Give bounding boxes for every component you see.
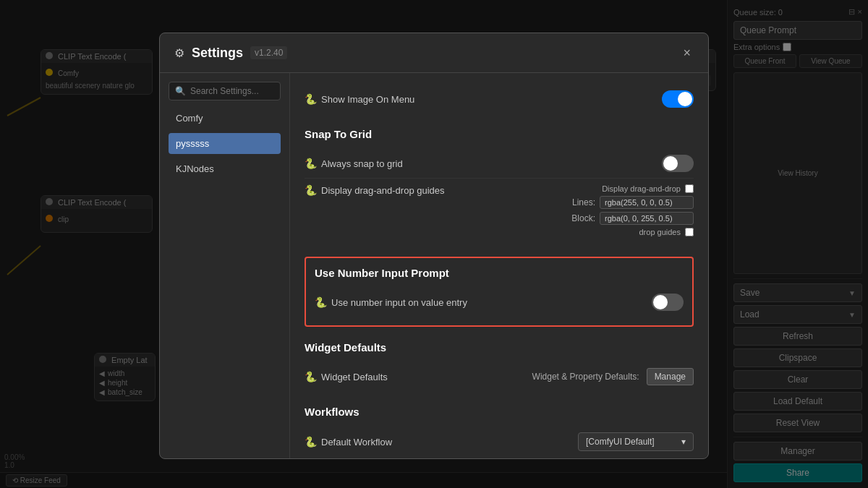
number-input-section: Use Number Input Prompt 🐍 Use number inp… xyxy=(305,257,694,327)
always-snap-text: Always snap to grid xyxy=(321,158,403,169)
use-number-emoji: 🐍 xyxy=(315,296,327,308)
display-guides-checkbox-row: Display drag-and-drop xyxy=(602,184,694,193)
default-workflow-label: 🐍 Default Workflow xyxy=(305,436,392,448)
use-number-text: Use number input on value entry xyxy=(331,297,467,308)
use-number-toggle[interactable] xyxy=(652,294,684,311)
block-color-input[interactable] xyxy=(600,212,694,225)
show-image-emoji: 🐍 xyxy=(305,93,317,105)
widget-defaults-section: Widget Defaults 🐍 Widget Defaults Widget… xyxy=(305,341,694,391)
search-box[interactable]: 🔍 xyxy=(169,82,281,100)
dialog-version: v1.2.40 xyxy=(250,46,287,59)
dialog-body: 🔍 Comfy pysssss KJNodes 🐍 Show Image On … xyxy=(160,73,708,458)
snap-to-grid-title: Snap To Grid xyxy=(305,128,694,140)
workflow-dropdown-value: [ComfyUI Default] xyxy=(586,437,655,447)
settings-dialog: ⚙ Settings v1.2.40 × 🔍 Comfy pysssss KJN… xyxy=(159,33,709,459)
use-number-row: 🐍 Use number input on value entry xyxy=(315,288,684,317)
lines-color-input[interactable] xyxy=(600,196,694,209)
workflows-title: Workflows xyxy=(305,406,694,418)
number-input-title: Use Number Input Prompt xyxy=(315,267,684,279)
use-number-label: 🐍 Use number input on value entry xyxy=(315,296,467,308)
widget-property-label: Widget & Property Defaults: xyxy=(532,372,639,382)
dialog-header: ⚙ Settings v1.2.40 × xyxy=(160,33,708,73)
default-workflow-row: 🐍 Default Workflow [ComfyUI Default] ▾ xyxy=(305,427,694,457)
drag-guide-controls: Display drag-and-drop Lines: Block: xyxy=(571,184,694,236)
drag-guides-emoji: 🐍 xyxy=(305,184,317,196)
widget-label: 🐍 Widget Defaults xyxy=(305,371,388,382)
manage-button[interactable]: Manage xyxy=(647,368,694,385)
drag-guides-label: 🐍 Display drag-and-drop guides xyxy=(305,184,445,196)
widget-label-text: Widget Defaults xyxy=(321,372,388,382)
guides-checkbox-2[interactable] xyxy=(685,228,694,236)
guides-checkbox-2-row: drop guides xyxy=(639,228,694,236)
guides-label-2: drop guides xyxy=(639,228,681,236)
show-image-text: Show Image On Menu xyxy=(321,94,414,105)
search-icon: 🔍 xyxy=(175,86,186,96)
settings-nav: 🔍 Comfy pysssss KJNodes xyxy=(160,73,290,458)
dialog-title: Settings xyxy=(192,46,243,61)
drag-guides-text: Display drag-and-drop guides xyxy=(321,185,445,196)
lines-color-row: Display drag-and-drop xyxy=(602,184,694,193)
display-drag-label: Display drag-and-drop xyxy=(602,184,681,193)
lines-label: Lines: xyxy=(572,197,595,207)
widget-property-row: 🐍 Widget Defaults Widget & Property Defa… xyxy=(305,362,694,391)
workflow-dropdown-arrow-icon: ▾ xyxy=(681,437,686,447)
snap-to-grid-section: Snap To Grid 🐍 Always snap to grid 🐍 xyxy=(305,128,694,242)
default-workflow-text: Default Workflow xyxy=(321,437,392,448)
lines-row: Lines: xyxy=(572,196,694,209)
show-image-section: 🐍 Show Image On Menu xyxy=(305,85,694,114)
sidebar-item-comfy[interactable]: Comfy xyxy=(169,108,281,129)
block-row: Block: xyxy=(571,212,694,225)
dialog-title-row: ⚙ Settings v1.2.40 xyxy=(174,46,287,61)
always-snap-emoji: 🐍 xyxy=(305,158,317,169)
default-workflow-emoji: 🐍 xyxy=(305,436,317,448)
show-image-toggle[interactable] xyxy=(662,90,694,108)
show-image-label: 🐍 Show Image On Menu xyxy=(305,93,414,105)
always-snap-label: 🐍 Always snap to grid xyxy=(305,158,403,169)
widget-emoji: 🐍 xyxy=(305,371,317,382)
display-drag-checkbox[interactable] xyxy=(685,184,694,193)
use-number-toggle-knob xyxy=(653,295,668,309)
sidebar-item-kjnodes[interactable]: KJNodes xyxy=(169,158,281,179)
always-snap-toggle[interactable] xyxy=(662,155,694,172)
workflows-section: Workflows 🐍 Default Workflow [ComfyUI De… xyxy=(305,406,694,457)
always-snap-toggle-knob xyxy=(663,156,678,171)
show-image-row: 🐍 Show Image On Menu xyxy=(305,85,694,114)
widget-defaults-title: Widget Defaults xyxy=(305,341,694,354)
show-image-toggle-knob xyxy=(678,92,692,106)
gear-icon: ⚙ xyxy=(174,46,184,60)
widget-right: Widget & Property Defaults: Manage xyxy=(532,368,694,385)
sidebar-item-pysssss[interactable]: pysssss xyxy=(169,133,281,154)
workflow-dropdown[interactable]: [ComfyUI Default] ▾ xyxy=(578,432,694,451)
close-button[interactable]: × xyxy=(680,43,694,62)
always-snap-row: 🐍 Always snap to grid xyxy=(305,149,694,179)
search-input[interactable] xyxy=(190,86,274,96)
block-label: Block: xyxy=(571,213,595,223)
settings-content: 🐍 Show Image On Menu Snap To Grid 🐍 xyxy=(290,73,708,458)
modal-overlay: ⚙ Settings v1.2.40 × 🔍 Comfy pysssss KJN… xyxy=(0,0,868,488)
drag-guides-row: 🐍 Display drag-and-drop guides Display d… xyxy=(305,179,694,242)
